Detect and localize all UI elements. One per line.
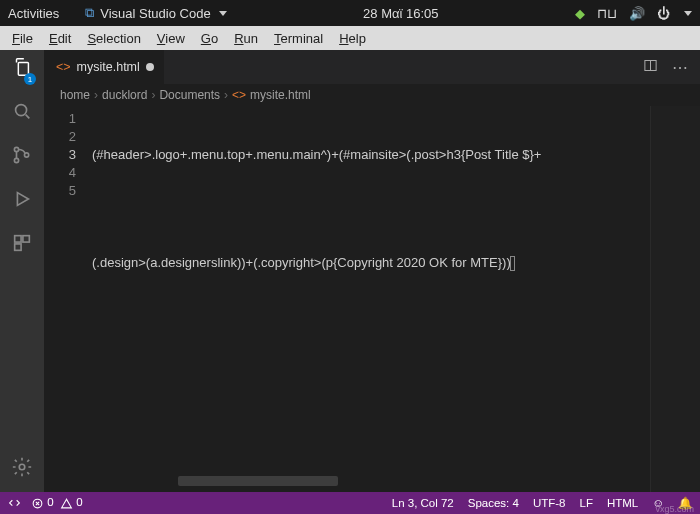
explorer-badge: 1: [24, 73, 36, 85]
breadcrumb-segment[interactable]: home: [60, 88, 90, 102]
code-line[interactable]: (.design>(a.designerslink))+(.copyright>…: [92, 254, 700, 272]
menu-run[interactable]: Run: [228, 29, 264, 48]
svg-rect-5: [23, 236, 29, 242]
menu-go[interactable]: Go: [195, 29, 224, 48]
menu-terminal[interactable]: Terminal: [268, 29, 329, 48]
status-eol[interactable]: LF: [580, 497, 593, 509]
menu-edit[interactable]: Edit: [43, 29, 77, 48]
explorer-icon[interactable]: 1: [11, 56, 33, 82]
clock[interactable]: 28 Μαϊ 16:05: [227, 6, 575, 21]
breadcrumb-segment[interactable]: mysite.html: [250, 88, 311, 102]
svg-point-3: [24, 153, 28, 157]
status-encoding[interactable]: UTF-8: [533, 497, 566, 509]
volume-icon[interactable]: 🔊: [629, 6, 645, 21]
svg-rect-6: [15, 244, 21, 250]
chevron-down-icon: [684, 11, 692, 16]
code-line[interactable]: [92, 200, 700, 218]
shield-icon[interactable]: ◆: [575, 6, 585, 21]
status-position[interactable]: Ln 3, Col 72: [392, 497, 454, 509]
tab-bar: <> mysite.html ⋯: [44, 50, 700, 84]
breadcrumb-segment[interactable]: Documents: [159, 88, 220, 102]
html-file-icon: <>: [56, 60, 71, 74]
html-file-icon: <>: [232, 88, 246, 102]
line-gutter: 1 2 3 4 5: [44, 106, 88, 492]
minimap[interactable]: [650, 106, 700, 492]
vscode-icon: ⧉: [85, 5, 94, 21]
status-language[interactable]: HTML: [607, 497, 638, 509]
svg-point-7: [19, 464, 25, 470]
run-debug-icon[interactable]: [11, 188, 33, 214]
app-menubar: FFileile Edit Selection View Go Run Term…: [0, 26, 700, 50]
breadcrumb[interactable]: home› ducklord› Documents› <> mysite.htm…: [44, 84, 700, 106]
svg-point-2: [14, 158, 18, 162]
menu-help[interactable]: Help: [333, 29, 372, 48]
remote-icon[interactable]: [8, 496, 21, 509]
problems[interactable]: 0 0: [31, 496, 83, 509]
status-bar: 0 0 Ln 3, Col 72 Spaces: 4 UTF-8 LF HTML…: [0, 492, 700, 514]
code-editor[interactable]: 1 2 3 4 5 (#header>.logo+.menu.top+.menu…: [44, 106, 700, 492]
breadcrumb-segment[interactable]: ducklord: [102, 88, 147, 102]
settings-gear-icon[interactable]: [11, 456, 33, 482]
extensions-icon[interactable]: [11, 232, 33, 258]
search-icon[interactable]: [11, 100, 33, 126]
tab-mysite[interactable]: <> mysite.html: [44, 50, 164, 84]
menu-view[interactable]: View: [151, 29, 191, 48]
code-line[interactable]: (#header>.logo+.menu.top+.menu.main^)+(#…: [92, 146, 700, 164]
chevron-down-icon: [219, 11, 227, 16]
gnome-topbar: Activities ⧉ Visual Studio Code 28 Μαϊ 1…: [0, 0, 700, 26]
menu-file[interactable]: FFileile: [6, 29, 39, 48]
svg-point-1: [14, 147, 18, 151]
dirty-indicator-icon: [146, 63, 154, 71]
svg-point-0: [16, 105, 27, 116]
split-editor-icon[interactable]: [643, 58, 658, 77]
tab-label: mysite.html: [77, 60, 140, 74]
network-icon[interactable]: ⊓⊔: [597, 6, 617, 21]
activity-bar: 1: [0, 50, 44, 492]
horizontal-scrollbar[interactable]: [178, 476, 338, 486]
code-lines[interactable]: (#header>.logo+.menu.top+.menu.main^)+(#…: [88, 106, 700, 492]
more-actions-icon[interactable]: ⋯: [672, 58, 688, 77]
app-title[interactable]: Visual Studio Code: [100, 6, 210, 21]
svg-rect-4: [15, 236, 21, 242]
activities-button[interactable]: Activities: [8, 6, 59, 21]
text-cursor: [510, 256, 516, 271]
source-control-icon[interactable]: [11, 144, 33, 170]
code-line[interactable]: [92, 362, 700, 380]
watermark: vxg5.com: [655, 504, 694, 514]
menu-selection[interactable]: Selection: [81, 29, 146, 48]
status-spaces[interactable]: Spaces: 4: [468, 497, 519, 509]
code-line[interactable]: [92, 308, 700, 326]
power-icon[interactable]: ⏻: [657, 6, 670, 21]
